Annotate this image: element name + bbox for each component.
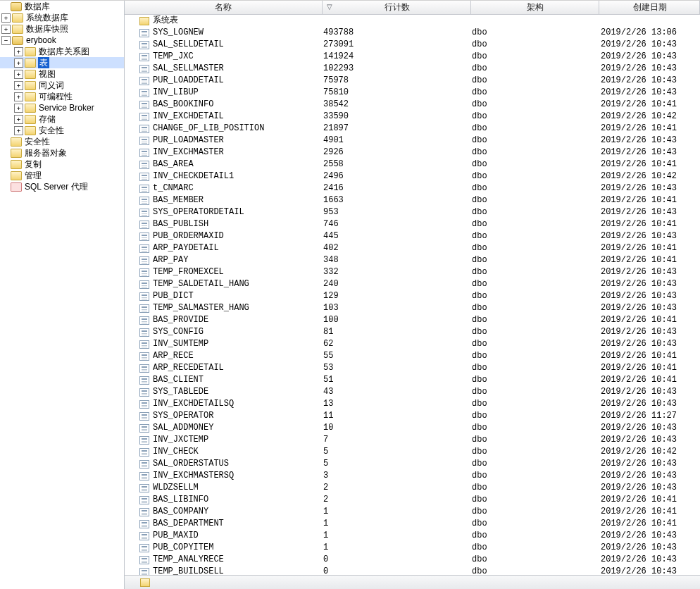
table-row[interactable]: INV_EXCHDETAIL33590dbo2019/2/26 10:42: [125, 111, 700, 123]
table-row[interactable]: SAL_ORDERSTATUS5dbo2019/2/26 10:43: [125, 458, 700, 470]
table-row[interactable]: PUB_DICT129dbo2019/2/26 10:43: [125, 290, 700, 302]
object-explorer-tree[interactable]: 数据库+系统数据库+数据库快照−erybook+数据库关系图+表+视图+同义词+…: [0, 1, 125, 589]
expand-icon[interactable]: +: [14, 126, 23, 135]
tree-node[interactable]: +可编程性: [0, 91, 124, 102]
tree-node[interactable]: +表: [0, 57, 124, 68]
table-row[interactable]: SYS_LOGNEW493788dbo2019/2/26 13:06: [125, 27, 700, 39]
cell-date: 2019/2/26 10:43: [601, 471, 677, 480]
tree-node-label: 安全性: [38, 125, 65, 136]
cell-name: SAL_SELLDETAIL: [153, 39, 224, 51]
cell-rows: 493788: [323, 27, 354, 37]
table-row[interactable]: TEMP_JXC141924dbo2019/2/26 10:43: [125, 51, 700, 63]
cell-name: TEMP_BUILDSELL: [153, 566, 224, 575]
expand-icon[interactable]: +: [14, 70, 23, 79]
tree-node[interactable]: +数据库关系图: [0, 46, 124, 57]
expand-icon[interactable]: +: [14, 47, 23, 56]
table-row[interactable]: BAS_AREA2558dbo2019/2/26 10:41: [125, 159, 700, 170]
table-row[interactable]: SAL_SELLMASTER102293dbo2019/2/26 10:43: [125, 63, 700, 75]
twisty-blank: [1, 161, 9, 168]
tree-node[interactable]: +安全性: [0, 125, 124, 136]
table-row[interactable]: BAS_BOOKINFO38542dbo2019/2/26 10:41: [125, 99, 700, 111]
table-row[interactable]: PUR_LOADDETAIL75978dbo2019/2/26 10:43: [125, 75, 700, 87]
cell-schema: dbo: [472, 471, 487, 480]
table-row[interactable]: ARP_RECEDETAIL53dbo2019/2/26 10:41: [125, 362, 700, 374]
cell-date: 2019/2/26 10:41: [601, 507, 677, 516]
tree-node[interactable]: +数据库快照: [0, 23, 124, 35]
expand-icon[interactable]: +: [14, 92, 23, 101]
table-row[interactable]: CHANGE_OF_LIB_POSITION21897dbo2019/2/26 …: [125, 123, 700, 135]
cell-rows: 1: [323, 507, 328, 516]
table-row[interactable]: INV_LIBUP75810dbo2019/2/26 10:43: [125, 87, 700, 99]
table-row[interactable]: PUB_ORDERMAXID445dbo2019/2/26 10:43: [125, 230, 700, 242]
table-row[interactable]: ARP_PAY348dbo2019/2/26 10:41: [125, 254, 700, 266]
tree-node[interactable]: 复制: [0, 159, 124, 170]
table-row[interactable]: SYS_CONFIG81dbo2019/2/26 10:43: [125, 326, 700, 338]
table-row[interactable]: TEMP_FROMEXCEL332dbo2019/2/26 10:43: [125, 266, 700, 278]
table-row[interactable]: BAS_PROVIDE100dbo2019/2/26 10:41: [125, 314, 700, 326]
tree-node[interactable]: SQL Server 代理: [0, 181, 124, 192]
cell-name: PUB_DICT: [153, 290, 194, 302]
table-row[interactable]: t_CNMARC2416dbo2019/2/26 10:43: [125, 182, 700, 194]
tree-node[interactable]: 服务器对象: [0, 147, 124, 159]
table-row[interactable]: INV_CHECKDETAIL12496dbo2019/2/26 10:42: [125, 170, 700, 182]
table-row[interactable]: INV_SUMTEMP62dbo2019/2/26 10:43: [125, 338, 700, 350]
column-header-name[interactable]: 名称: [125, 1, 323, 14]
cell-name: CHANGE_OF_LIB_POSITION: [153, 123, 264, 135]
column-header-date[interactable]: 创建日期: [599, 1, 700, 14]
table-row[interactable]: TEMP_BUILDSELL0dbo2019/2/26 10:43: [125, 566, 700, 575]
cell-name: BAS_PROVIDE: [153, 314, 208, 326]
tree-node[interactable]: +存储: [0, 113, 124, 125]
expand-icon[interactable]: +: [1, 13, 11, 23]
tree-node[interactable]: +视图: [0, 68, 124, 80]
table-row[interactable]: SAL_ADDMONEY10dbo2019/2/26 10:43: [125, 422, 700, 434]
column-header-rows[interactable]: ▽ 行计数: [323, 1, 471, 14]
table-row[interactable]: TEMP_SALDETAIL_HANG240dbo2019/2/26 10:43: [125, 278, 700, 290]
table-row[interactable]: BAS_COMPANY1dbo2019/2/26 10:41: [125, 506, 700, 518]
expand-icon[interactable]: +: [14, 104, 23, 113]
cell-name: TEMP_SALMASTER_HANG: [153, 302, 249, 314]
table-row[interactable]: TEMP_SALMASTER_HANG103dbo2019/2/26 10:43: [125, 302, 700, 314]
expand-icon[interactable]: +: [14, 81, 23, 90]
table-row[interactable]: INV_EXCHMASTER2926dbo2019/2/26 10:43: [125, 147, 700, 159]
table-row[interactable]: BAS_PUBLISH746dbo2019/2/26 10:41: [125, 218, 700, 230]
table-row[interactable]: SYS_OPERATOR11dbo2019/2/26 11:27: [125, 410, 700, 422]
tree-node[interactable]: +同义词: [0, 80, 124, 91]
table-row[interactable]: PUB_COPYITEM1dbo2019/2/26 10:43: [125, 542, 700, 554]
column-header-schema[interactable]: 架构: [471, 1, 599, 14]
tree-node[interactable]: −erybook: [0, 35, 124, 46]
tree-node[interactable]: +系统数据库: [0, 12, 124, 23]
cell-date: 2019/2/26 10:41: [601, 315, 677, 325]
table-row[interactable]: ARP_RECE55dbo2019/2/26 10:41: [125, 350, 700, 362]
table-row[interactable]: INV_CHECK5dbo2019/2/26 10:42: [125, 446, 700, 458]
table-row[interactable]: WLDZSELLM2dbo2019/2/26 10:43: [125, 482, 700, 494]
table-row[interactable]: INV_EXCHMASTERSQ3dbo2019/2/26 10:43: [125, 470, 700, 482]
table-row[interactable]: INV_EXCHDETAILSQ13dbo2019/2/26 10:43: [125, 398, 700, 410]
table-row[interactable]: SAL_SELLDETAIL273091dbo2019/2/26 10:43: [125, 39, 700, 51]
expand-icon[interactable]: +: [14, 58, 23, 68]
expand-icon[interactable]: +: [14, 115, 23, 124]
table-row[interactable]: SYS_OPERATORDETAIL953dbo2019/2/26 10:43: [125, 206, 700, 218]
tree-node[interactable]: 安全性: [0, 136, 124, 147]
table-row[interactable]: 系统表: [125, 15, 700, 27]
table-row[interactable]: TEMP_ANALYRECE0dbo2019/2/26 10:43: [125, 554, 700, 566]
tree-node[interactable]: 数据库: [0, 1, 124, 12]
table-row[interactable]: PUR_LOADMASTER4901dbo2019/2/26 10:43: [125, 135, 700, 147]
tree-node[interactable]: 管理: [0, 170, 124, 181]
collapse-icon[interactable]: −: [1, 36, 11, 45]
tree-node[interactable]: +Service Broker: [0, 102, 124, 113]
table-row[interactable]: PUB_MAXID1dbo2019/2/26 10:43: [125, 530, 700, 542]
table-row[interactable]: INV_JXCTEMP7dbo2019/2/26 10:43: [125, 434, 700, 446]
table-row[interactable]: BAS_MEMBER1663dbo2019/2/26 10:41: [125, 194, 700, 206]
grid-body[interactable]: 系统表SYS_LOGNEW493788dbo2019/2/26 13:06SAL…: [125, 15, 700, 575]
cell-schema: dbo: [472, 135, 487, 145]
cell-name: SYS_CONFIG: [153, 326, 204, 338]
table-row[interactable]: SYS_TABLEDE43dbo2019/2/26 10:43: [125, 386, 700, 398]
table-row[interactable]: BAS_DEPARTMENT1dbo2019/2/26 10:41: [125, 518, 700, 530]
expand-icon[interactable]: +: [1, 25, 11, 34]
table-icon: [139, 221, 149, 229]
table-row[interactable]: ARP_PAYDETAIL402dbo2019/2/26 10:41: [125, 242, 700, 254]
cell-rows: 2: [323, 495, 328, 504]
table-row[interactable]: BAS_LIBINFO2dbo2019/2/26 10:41: [125, 494, 700, 506]
table-row[interactable]: BAS_CLIENT51dbo2019/2/26 10:41: [125, 374, 700, 386]
cell-rows: 953: [323, 207, 339, 217]
